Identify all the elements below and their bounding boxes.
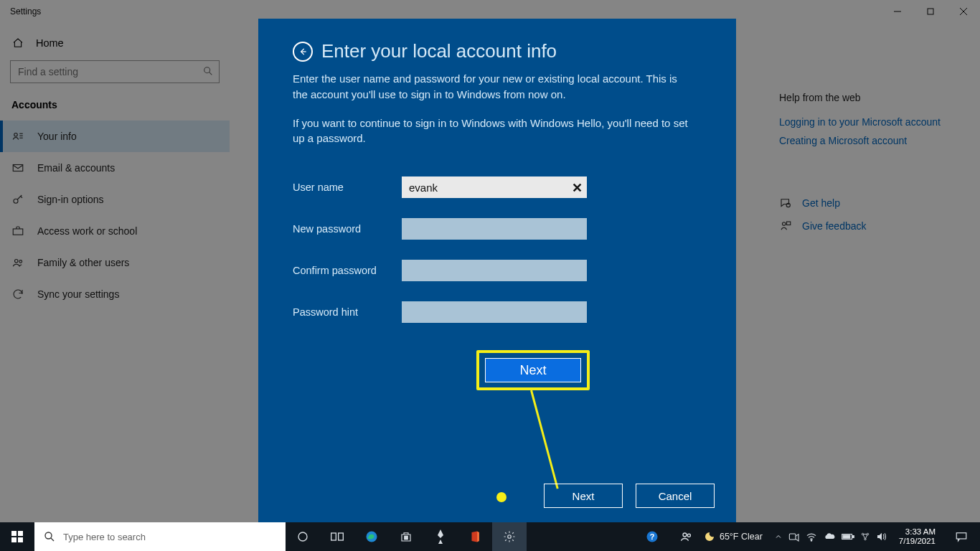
volume-icon[interactable]	[876, 532, 887, 542]
search-icon	[43, 530, 56, 543]
svg-rect-30	[405, 536, 406, 537]
dialog-paragraph-1: Enter the user name and password for you…	[293, 71, 694, 103]
people-taskbar-icon[interactable]	[669, 522, 704, 551]
cortana-button[interactable]	[286, 522, 320, 551]
get-help-taskbar-icon[interactable]: ?	[635, 522, 669, 551]
svg-point-46	[864, 538, 866, 540]
meet-now-icon[interactable]	[788, 532, 800, 542]
taskbar-search-placeholder: Type here to search	[63, 532, 146, 542]
password-hint-label: Password hint	[293, 306, 402, 318]
dialog-form: User name ✕ New password Confirm passwor…	[293, 176, 713, 323]
office-icon[interactable]	[458, 522, 492, 551]
settings-taskbar-icon[interactable]	[492, 522, 527, 551]
back-button[interactable]	[293, 42, 313, 62]
dialog-paragraph-2: If you want to continue to sign in to Wi…	[293, 116, 694, 147]
new-password-input[interactable]	[402, 218, 587, 240]
battery-icon[interactable]	[842, 532, 854, 541]
password-hint-input[interactable]	[402, 301, 587, 323]
clock-date: 7/19/2021	[899, 537, 936, 546]
new-password-label: New password	[293, 223, 402, 235]
next-button-highlight: Next	[476, 350, 590, 390]
svg-rect-20	[11, 531, 17, 536]
wifi-icon[interactable]	[806, 532, 817, 542]
svg-rect-22	[11, 537, 17, 542]
cancel-button[interactable]: Cancel	[636, 484, 715, 508]
clear-username-button[interactable]: ✕	[572, 180, 583, 196]
app-icon[interactable]	[423, 522, 458, 551]
taskbar-clock[interactable]: 3:33 AM 7/19/2021	[895, 527, 940, 546]
task-view-button[interactable]	[320, 522, 354, 551]
svg-rect-42	[852, 536, 854, 538]
taskbar: Type here to search ? 65°F Clear 3:33 AM…	[0, 522, 980, 551]
svg-rect-39	[789, 534, 796, 540]
username-label: User name	[293, 182, 402, 193]
weather-widget[interactable]: 65°F Clear	[704, 531, 763, 542]
weather-text: 65°F Clear	[720, 532, 763, 542]
svg-rect-23	[18, 537, 23, 542]
confirm-password-label: Confirm password	[293, 265, 402, 276]
username-input[interactable]	[402, 176, 587, 198]
system-tray[interactable]	[774, 532, 887, 542]
start-button[interactable]	[0, 522, 34, 551]
action-center-button[interactable]	[947, 522, 976, 551]
svg-point-34	[508, 535, 512, 539]
svg-rect-43	[843, 535, 850, 538]
svg-point-38	[687, 534, 690, 537]
callout-dot	[496, 492, 507, 502]
store-icon[interactable]	[389, 522, 423, 551]
confirm-password-input[interactable]	[402, 260, 587, 281]
svg-line-25	[51, 538, 54, 541]
svg-point-26	[298, 532, 307, 541]
svg-point-40	[811, 540, 812, 542]
svg-rect-32	[405, 538, 406, 540]
local-account-dialog: Enter your local account info Enter the …	[258, 19, 736, 522]
edge-icon[interactable]	[354, 522, 389, 551]
svg-rect-47	[956, 533, 966, 539]
svg-text:?: ?	[650, 532, 655, 541]
svg-rect-31	[406, 536, 407, 537]
network-share-icon[interactable]	[860, 532, 870, 542]
next-button-highlight-inner[interactable]: Next	[485, 358, 581, 382]
svg-point-24	[45, 532, 52, 539]
clock-time: 3:33 AM	[905, 527, 936, 537]
svg-rect-28	[339, 533, 344, 540]
svg-point-37	[683, 533, 687, 537]
chevron-up-icon[interactable]	[774, 532, 783, 541]
svg-rect-21	[18, 531, 23, 536]
taskbar-search[interactable]: Type here to search	[34, 522, 286, 551]
onedrive-icon[interactable]	[823, 532, 836, 541]
dialog-title: Enter your local account info	[321, 40, 557, 62]
svg-rect-33	[406, 538, 407, 540]
next-button[interactable]: Next	[544, 484, 623, 508]
callout-line	[530, 390, 559, 489]
svg-rect-27	[331, 533, 336, 540]
